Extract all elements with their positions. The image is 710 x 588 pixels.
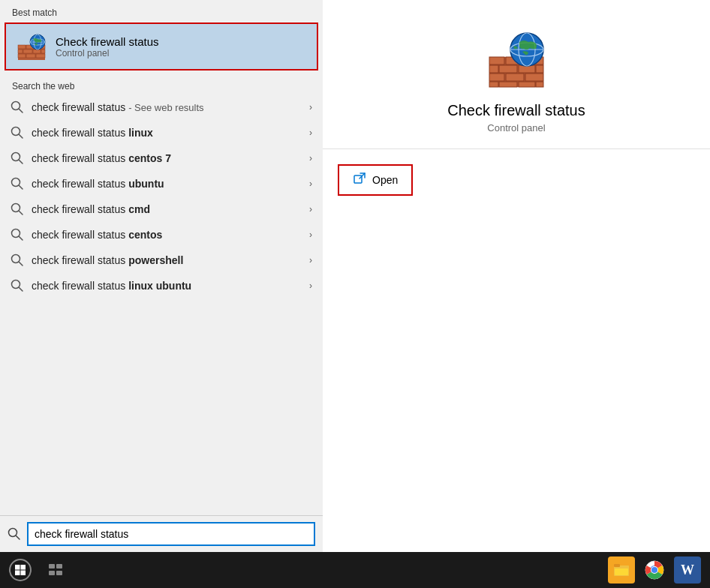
svg-rect-64	[615, 568, 628, 575]
svg-rect-34	[489, 57, 504, 64]
chevron-right-icon: ›	[309, 230, 312, 240]
open-button[interactable]: Open	[338, 164, 413, 196]
svg-rect-55	[21, 565, 26, 570]
search-icon	[11, 177, 24, 190]
best-match-title: Check firewall status	[56, 35, 159, 48]
search-icon	[11, 279, 24, 292]
svg-rect-60	[49, 571, 55, 575]
word-icon: W	[681, 562, 694, 578]
svg-rect-56	[15, 571, 20, 576]
search-icon	[11, 100, 24, 114]
svg-point-31	[9, 529, 17, 537]
svg-point-29	[12, 280, 20, 289]
svg-line-18	[20, 135, 23, 139]
search-icon	[11, 202, 24, 216]
best-match-text: Check firewall status Control panel	[56, 35, 159, 58]
svg-rect-47	[536, 82, 543, 87]
list-item[interactable]: check firewall status cmd ›	[0, 196, 323, 222]
search-item-text: check firewall status powershell	[32, 254, 302, 266]
svg-line-22	[20, 186, 23, 190]
svg-rect-54	[15, 565, 20, 570]
svg-point-19	[12, 153, 20, 161]
svg-rect-61	[56, 571, 62, 575]
taskbar-left	[9, 558, 68, 582]
divider	[323, 148, 710, 149]
chevron-right-icon: ›	[309, 280, 312, 291]
svg-rect-9	[26, 54, 35, 58]
svg-rect-10	[36, 54, 45, 58]
web-section-label: Search the web	[0, 74, 323, 94]
search-input[interactable]	[27, 522, 315, 546]
search-item-text: check firewall status ubuntu	[32, 178, 302, 190]
right-panel: Check firewall status Control panel Open	[323, 0, 710, 552]
svg-rect-45	[499, 82, 517, 87]
search-item-text: check firewall status centos 7	[32, 152, 302, 164]
chevron-right-icon: ›	[309, 255, 312, 266]
firewall-icon-small	[17, 32, 47, 62]
search-item-text: check firewall status - See web results	[32, 101, 302, 113]
svg-rect-6	[33, 50, 41, 53]
svg-rect-4	[18, 50, 23, 53]
svg-point-68	[651, 567, 657, 573]
start-button[interactable]	[9, 559, 32, 581]
windows-logo-icon	[14, 564, 26, 576]
svg-rect-8	[18, 54, 26, 58]
file-explorer-taskbar-button[interactable]	[608, 556, 635, 584]
best-match-item[interactable]: Check firewall status Control panel	[5, 22, 318, 70]
svg-rect-37	[489, 65, 498, 73]
svg-rect-42	[506, 74, 524, 81]
search-item-text: check firewall status cmd	[32, 203, 302, 215]
open-label: Open	[372, 174, 398, 186]
chrome-taskbar-button[interactable]	[641, 556, 668, 584]
list-item[interactable]: check firewall status powershell ›	[0, 248, 323, 273]
list-item[interactable]: check firewall status - See web results …	[0, 94, 323, 120]
svg-line-24	[20, 212, 23, 215]
taskbar: W	[0, 552, 710, 588]
task-view-button[interactable]	[44, 558, 68, 582]
search-box-area	[0, 515, 323, 552]
list-item[interactable]: check firewall status centos 7 ›	[0, 146, 323, 171]
app-subtitle: Control panel	[487, 122, 545, 134]
search-item-text: check firewall status linux ubuntu	[32, 280, 302, 292]
svg-rect-57	[21, 571, 26, 576]
best-match-subtitle: Control panel	[56, 48, 159, 58]
svg-rect-1	[18, 45, 26, 49]
svg-line-20	[20, 160, 23, 164]
chevron-right-icon: ›	[309, 153, 312, 164]
svg-rect-41	[489, 74, 504, 81]
svg-line-28	[20, 262, 23, 266]
list-item[interactable]: check firewall status linux ›	[0, 120, 323, 146]
search-item-text: check firewall status centos	[32, 229, 302, 241]
file-explorer-icon	[612, 561, 630, 579]
chrome-icon	[644, 560, 665, 580]
list-item[interactable]: check firewall status linux ubuntu ›	[0, 273, 323, 298]
best-match-label: Best match	[0, 0, 323, 22]
svg-rect-5	[23, 50, 32, 53]
app-name: Check firewall status	[447, 102, 585, 119]
svg-point-17	[12, 128, 20, 136]
svg-line-30	[20, 288, 23, 292]
list-item[interactable]: check firewall status ubuntu ›	[0, 171, 323, 196]
chevron-right-icon: ›	[309, 178, 312, 189]
svg-rect-38	[499, 65, 517, 73]
svg-rect-44	[489, 82, 498, 87]
taskbar-search-icon	[8, 527, 21, 541]
svg-line-26	[20, 237, 23, 241]
svg-point-15	[12, 102, 20, 110]
taskbar-apps: W	[608, 556, 701, 584]
search-icon	[11, 254, 24, 267]
list-item[interactable]: check firewall status centos ›	[0, 222, 323, 248]
word-taskbar-button[interactable]: W	[674, 556, 701, 584]
chevron-right-icon: ›	[309, 128, 312, 138]
task-view-icon	[47, 562, 64, 578]
search-icon	[11, 126, 24, 140]
firewall-icon-large	[486, 30, 546, 90]
svg-rect-46	[519, 82, 535, 87]
search-icon	[11, 228, 24, 242]
svg-rect-7	[41, 50, 45, 53]
open-icon	[353, 172, 366, 188]
chevron-right-icon: ›	[309, 204, 312, 214]
svg-point-23	[12, 204, 20, 212]
svg-point-27	[12, 255, 20, 263]
search-item-text: check firewall status linux	[32, 127, 302, 139]
